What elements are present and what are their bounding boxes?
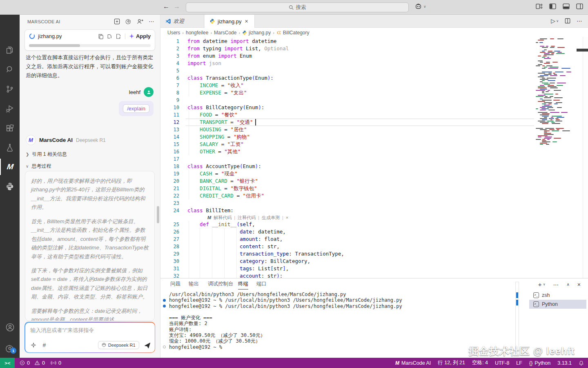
terminal-instance-python[interactable]: >_Python (529, 300, 586, 309)
source-control-icon[interactable] (0, 81, 20, 97)
insert-code-icon[interactable] (116, 34, 121, 39)
copilot-menu-button[interactable]: ∨ (415, 3, 426, 10)
run-python-button[interactable]: ▷∨ (551, 18, 559, 24)
minimap[interactable] (535, 37, 582, 278)
code-line[interactable]: 5 (160, 67, 583, 74)
marscode-codelens[interactable]: M解释代码|注释代码|生成单测|× (160, 214, 583, 221)
customize-layout-icon[interactable] (536, 3, 543, 9)
chat-settings-gear-icon[interactable] (125, 18, 131, 25)
new-terminal-button[interactable]: +∨ (538, 281, 546, 288)
code-line[interactable]: 23 (160, 200, 583, 207)
extensions-icon[interactable] (0, 120, 20, 137)
code-line[interactable]: 11 FOOD = "餐饮" (160, 111, 583, 119)
code-line[interactable]: 16 OTHER = "其他" (160, 148, 583, 155)
code-line[interactable]: 22 CREDIT_CARD = "信用卡" (160, 192, 583, 200)
account-icon[interactable] (0, 319, 20, 335)
tab-jizhang-py[interactable]: jizhang.py × (205, 15, 255, 28)
code-line[interactable]: 9 (160, 96, 583, 104)
code-line[interactable]: 7 INCOME = "收入" (160, 82, 583, 89)
nav-back-icon[interactable]: ← (162, 3, 171, 10)
search-input[interactable]: 搜索 (186, 2, 409, 12)
code-line[interactable]: 31 tags: List[str], (160, 265, 583, 272)
code-line[interactable]: 21 DIGITAL = "数字钱包" (160, 185, 583, 192)
marscode-ai-icon[interactable]: M (0, 159, 20, 175)
explain-command-chip[interactable]: /explain (123, 104, 149, 113)
references-toggle[interactable]: ❯ 引用 1 相关信息 (26, 151, 67, 158)
problems-status[interactable]: 0 0 (20, 360, 45, 366)
codelens-action[interactable]: 解释代码 (214, 214, 232, 221)
panel-tab-problems[interactable]: 问题 (170, 278, 180, 289)
context-hash-icon[interactable]: # (43, 342, 46, 348)
python-version[interactable]: 3.13.1 (557, 360, 572, 366)
apply-button[interactable]: Apply (129, 33, 151, 39)
search-view-icon[interactable] (0, 61, 20, 78)
codelens-close-icon[interactable]: × (286, 214, 288, 221)
panel-tab-terminal[interactable]: 终端 (238, 278, 248, 289)
code-line[interactable]: 19 CASH = "现金" (160, 170, 583, 177)
panel-tab-debug-console[interactable]: 调试控制台 (208, 278, 234, 289)
agent-profile-icon[interactable] (137, 18, 143, 25)
breadcrumb-marscode[interactable]: MarsCode (214, 30, 236, 36)
code-line[interactable]: 20 BANK_CARD = "银行卡" (160, 177, 583, 185)
send-button[interactable] (144, 342, 151, 349)
split-editor-icon[interactable] (565, 18, 570, 24)
terminal-output[interactable]: /usr/local/bin/python3 /Users/hongfeilee… (160, 292, 512, 350)
code-line[interactable]: 2from typing import List, Optional (160, 45, 583, 52)
toggle-sidebar-right-icon[interactable] (576, 3, 583, 9)
breadcrumb-symbol[interactable]: BillCategory (276, 30, 310, 36)
code-line[interactable]: 24class BillItem: (160, 207, 583, 214)
breadcrumb-file[interactable]: jizhang.py (242, 30, 271, 36)
diff-view-icon[interactable] (107, 34, 113, 39)
cursor-position[interactable]: 行 12, 列 21 (438, 359, 465, 366)
code-line[interactable]: 25 def __init__(self, (160, 221, 583, 228)
marscode-status[interactable]: MMarsCode AI (395, 360, 431, 366)
code-line[interactable]: 14 SHOPPING = "购物" (160, 133, 583, 141)
toggle-sidebar-left-icon[interactable] (549, 3, 556, 9)
encoding[interactable]: UTF-8 (495, 360, 509, 366)
language-mode[interactable]: {}Python (529, 360, 550, 366)
thinking-toggle[interactable]: ∨ 思考过程 (26, 163, 51, 170)
remote-indicator[interactable]: >< (0, 358, 15, 368)
codelens-action[interactable]: 生成单测 (262, 214, 280, 221)
breadcrumb-hongfeilee[interactable]: hongfeilee (186, 30, 208, 36)
code-line[interactable]: 30 category: BillCategory, (160, 258, 583, 265)
code-line[interactable]: 10class BillCategory(Enum): (160, 104, 583, 111)
prompt-magic-icon[interactable] (31, 342, 36, 348)
settings-gear-icon[interactable]: 1 (0, 340, 20, 357)
eol[interactable]: LF (516, 360, 522, 366)
notifications-bell[interactable] (579, 360, 584, 366)
terminal-instance-zsh[interactable]: >_zsh (529, 291, 586, 300)
code-line[interactable]: 27 amount: float, (160, 236, 583, 243)
code-line[interactable]: 8 EXPENSE = "支出" (160, 89, 583, 96)
more-actions-icon[interactable]: ⋯ (149, 18, 154, 25)
code-editor[interactable]: 1from datetime import datetime2from typi… (160, 37, 588, 278)
code-line[interactable]: 4import json (160, 60, 583, 67)
testing-icon[interactable] (0, 139, 20, 156)
new-chat-icon[interactable] (114, 18, 120, 25)
copy-icon[interactable] (98, 34, 104, 39)
code-line[interactable]: 15 SALARY = "工资" (160, 141, 583, 148)
python-view-icon[interactable] (0, 178, 20, 195)
run-debug-icon[interactable] (0, 101, 20, 117)
code-line[interactable]: 28 content: str, (160, 243, 583, 250)
code-line[interactable]: 1from datetime import datetime (160, 38, 583, 45)
nav-forward-icon[interactable]: → (172, 3, 181, 10)
panel-tab-output[interactable]: 输出 (189, 278, 199, 289)
code-line[interactable]: 13 HOUSING = "居住" (160, 126, 583, 133)
terminal-more-actions-icon[interactable]: ⋯ (553, 281, 559, 288)
ports-status[interactable]: 0 (51, 360, 61, 366)
close-panel-icon[interactable]: × (577, 281, 581, 288)
chat-input[interactable]: 输入消息或者"/"来选择指令 (31, 327, 94, 334)
toggle-panel-icon[interactable] (563, 3, 570, 9)
editor-more-actions-icon[interactable]: ⋯ (577, 18, 582, 24)
panel-tab-ports[interactable]: 端口 (256, 278, 267, 289)
code-line[interactable]: 18class AccountType(Enum): (160, 163, 583, 170)
code-line[interactable]: 29 transaction_type: TransactionType, (160, 250, 583, 258)
code-line[interactable]: 17 (160, 155, 583, 163)
close-tab-icon[interactable]: × (245, 18, 248, 25)
code-line[interactable]: 12 TRANSPORT = "交通" (160, 119, 583, 126)
editor-scrollbar-thumb[interactable] (577, 49, 588, 52)
breadcrumb-users[interactable]: Users (167, 30, 180, 36)
model-selector[interactable]: Deepseek R1 (98, 341, 139, 349)
sidebar-scrollbar[interactable] (157, 206, 159, 223)
